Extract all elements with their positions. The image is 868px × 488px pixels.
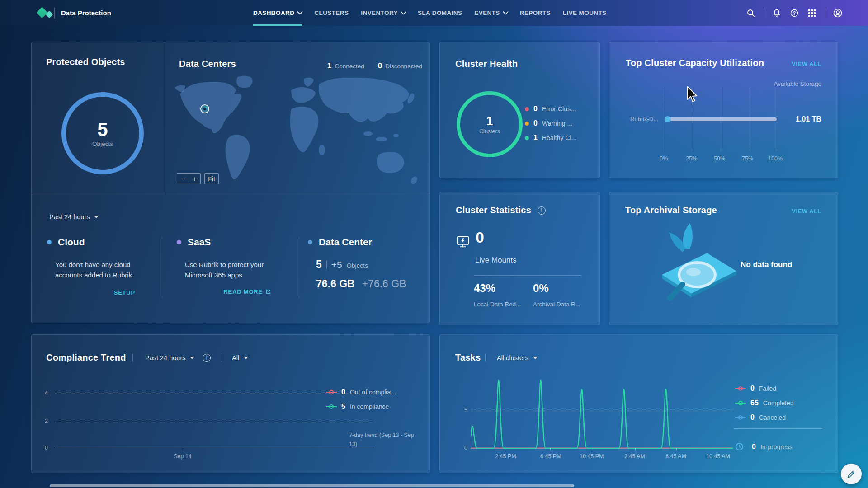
healthy-label: Healthy Cl... (542, 134, 576, 141)
local-reduction-label: Local Data Red... (474, 301, 521, 308)
nav-logo-divider (54, 8, 55, 19)
cluster-count: 1 (486, 114, 493, 128)
failed-label: Failed (759, 385, 776, 392)
read-more-link[interactable]: READ MORE (223, 288, 263, 295)
help-icon[interactable]: ? (789, 8, 799, 18)
line-marker-icon (735, 386, 746, 391)
apps-grid-icon[interactable] (807, 8, 817, 18)
nav-item-dashboard[interactable]: DASHBOARD (253, 0, 302, 26)
chevron-down-icon (297, 9, 303, 15)
local-reduction-value: 43% (474, 282, 495, 295)
time-range-selector[interactable]: Past 24 hours (49, 213, 99, 221)
health-legend-error: 0 Error Clus... (525, 105, 576, 113)
edit-dashboard-button[interactable] (841, 464, 862, 484)
data-center-title: Data Center (319, 237, 372, 248)
healthy-dot-icon (525, 136, 529, 140)
capacity-bar-track[interactable] (665, 117, 777, 121)
failed-count: 0 (750, 385, 755, 393)
archival-card: Top Archival Storage VIEW ALL No data fo… (609, 192, 838, 325)
archival-view-all-link[interactable]: VIEW ALL (792, 208, 821, 215)
x-tick-label: 10:45 PM (580, 453, 604, 460)
line-marker-icon (326, 404, 337, 409)
x-axis (55, 448, 373, 448)
svg-text:?: ? (793, 11, 796, 16)
y-tick-5: 5 (461, 407, 467, 413)
canceled-count: 0 (750, 413, 755, 422)
info-icon[interactable]: i (203, 354, 211, 362)
map-marker[interactable] (201, 105, 209, 113)
horizontal-scrollbar[interactable] (50, 484, 574, 487)
search-icon[interactable] (746, 8, 756, 18)
x-tick-label: 6:45 AM (665, 453, 686, 460)
y-tick-2: 2 (42, 418, 48, 424)
overview-card: Protected Objects 5 Objects Data Centers… (31, 42, 430, 323)
nav-item-label: LIVE MOUNTS (563, 9, 607, 16)
tasks-cluster-value: All clusters (497, 354, 528, 361)
health-legend-healthy: 1 Healthy Cl... (525, 134, 576, 142)
map-zoom-controls: − + Fit (177, 173, 219, 184)
x-tick-mark (505, 448, 505, 450)
cluster-health-card: Cluster Health 1 Clusters 0 Error Clus..… (439, 42, 600, 178)
compliance-footnote: 7-day trend (Sep 13 - Sep 13) (349, 431, 421, 449)
top-nav: Data Protection DASHBOARD CLUSTERS INVEN… (0, 0, 868, 26)
info-icon[interactable]: i (538, 206, 546, 215)
map-fit-button[interactable]: Fit (204, 173, 219, 184)
data-center-summary: Data Center 5 +5 Objects 76.6 GB +76.6 G… (308, 237, 421, 290)
tasks-legend-inprogress: 0 In-progress (735, 442, 793, 451)
cloud-title: Cloud (58, 237, 85, 248)
nav-item-reports[interactable]: REPORTS (520, 0, 551, 26)
x-tick-label: 2:45 PM (495, 453, 516, 460)
connected-label: Connected (335, 63, 364, 70)
caret-down-icon (94, 216, 99, 218)
legend-divider (734, 428, 822, 429)
header-divider (132, 354, 133, 362)
caret-down-icon (244, 357, 248, 359)
card-divider (32, 195, 429, 195)
protected-objects-unit: Objects (92, 141, 113, 147)
in-progress-label: In-progress (760, 443, 793, 450)
compliance-range-selector[interactable]: Past 24 hours (145, 354, 194, 361)
health-legend-warning: 0 Warning ... (525, 119, 572, 127)
tasks-cluster-selector[interactable]: All clusters (497, 354, 538, 361)
gridline (55, 394, 373, 394)
header-divider (485, 354, 486, 362)
nav-item-clusters[interactable]: CLUSTERS (314, 0, 349, 26)
capacity-axis-label: Available Storage (774, 80, 821, 87)
mouse-cursor (686, 86, 700, 104)
map-zoom-in-button[interactable]: + (189, 173, 201, 184)
header-divider (221, 354, 221, 362)
nav-item-events[interactable]: EVENTS (474, 0, 507, 26)
cloud-summary: Cloud You don't have any cloud accounts … (47, 237, 135, 296)
x-tick-label: Sep 14 (174, 453, 192, 460)
nav-item-live-mounts[interactable]: LIVE MOUNTS (563, 0, 607, 26)
warning-label: Warning ... (542, 120, 572, 127)
compliance-filter-selector[interactable]: All (232, 354, 248, 361)
capacity-view-all-link[interactable]: VIEW ALL (792, 61, 821, 67)
notifications-bell-icon[interactable] (772, 8, 782, 18)
cluster-health-title: Cluster Health (455, 59, 518, 69)
main-menu: DASHBOARD CLUSTERS INVENTORY SLA DOMAINS… (253, 0, 607, 26)
x-tick-mark (676, 448, 677, 450)
line-marker-icon (735, 400, 746, 406)
nav-item-label: EVENTS (474, 9, 500, 16)
card-divider (165, 42, 165, 195)
out-of-compliance-count: 0 (341, 388, 345, 396)
nav-item-inventory[interactable]: INVENTORY (361, 0, 406, 26)
out-of-compliance-label: Out of complia... (350, 389, 396, 396)
column-divider (162, 237, 162, 298)
x-tick-label: 10:45 AM (706, 453, 730, 460)
warning-count: 0 (533, 119, 538, 127)
cluster-unit: Clusters (479, 128, 500, 135)
account-icon[interactable] (833, 8, 843, 18)
x-tick-mark (635, 448, 636, 450)
completed-label: Completed (763, 399, 794, 407)
capacity-title: Top Cluster Capacity Utilization (626, 58, 764, 68)
no-data-text: No data found (741, 260, 792, 269)
tasks-legend-completed: 65 Completed (735, 399, 794, 407)
map-zoom-out-button[interactable]: − (177, 173, 189, 184)
nav-item-sla-domains[interactable]: SLA DOMAINS (418, 0, 462, 26)
nav-item-label: REPORTS (520, 9, 551, 16)
protected-objects-title: Protected Objects (46, 57, 125, 67)
setup-link[interactable]: SETUP (114, 289, 135, 296)
x-tick-label: 6:45 PM (540, 453, 561, 460)
